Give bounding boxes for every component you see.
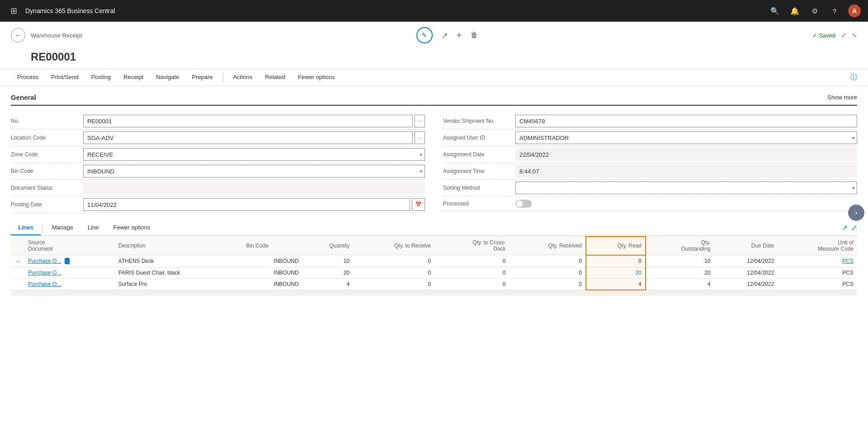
table-row: → Purchase O... · ATHENS Desk INBOUND 10…: [11, 255, 857, 267]
link-source-doc-2[interactable]: Purchase O...: [28, 270, 61, 276]
input-vendor-shipment-no[interactable]: [515, 115, 857, 127]
label-processed: Processed: [443, 201, 515, 207]
label-bin-code: Bin Code: [11, 168, 83, 174]
field-zone-code: Zone Code RECEIVE ▾: [11, 146, 425, 163]
link-source-doc-1[interactable]: Purchase O...: [28, 258, 61, 264]
page-header: ← Warehouse Receipt ✎ ↗ + 🗑 ✓ Saved ⤢ ⤡ …: [0, 22, 868, 69]
col-header-bin-code[interactable]: Bin Code: [242, 237, 302, 255]
edit-button[interactable]: ✎: [416, 27, 433, 43]
general-form-grid: No. ··· Location Code ···: [11, 113, 857, 213]
field-assignment-date: Assignment Date: [443, 146, 857, 163]
menu-item-process[interactable]: Process: [11, 69, 45, 86]
menu-item-related[interactable]: Related: [259, 69, 292, 86]
lines-fullscreen-btn[interactable]: ⤢: [851, 224, 857, 232]
col-header-unit-of-measure-code[interactable]: Unit ofMeasure Code: [778, 237, 857, 255]
section-title-general: General: [11, 93, 36, 101]
cell-qty-read-3[interactable]: 4: [586, 279, 646, 290]
col-header-description[interactable]: Description: [115, 237, 243, 255]
label-vendor-shipment-no: Vendor Shipment No.: [443, 118, 515, 124]
cell-quantity-2: 20: [302, 267, 354, 279]
value-zone-code: RECEIVE ▾: [83, 148, 425, 161]
cell-quantity-1: 10: [302, 255, 354, 267]
cell-source-doc-3: Purchase O...: [24, 279, 115, 290]
delete-button[interactable]: 🗑: [471, 31, 478, 39]
col-header-qty-received[interactable]: Qty. Received: [509, 237, 586, 255]
input-location-code[interactable]: [83, 131, 413, 144]
menu-item-print-send[interactable]: Print/Send: [45, 69, 85, 86]
col-header-qty-to-receive[interactable]: Qty. to Receive: [353, 237, 434, 255]
menu-item-navigate[interactable]: Navigate: [150, 69, 185, 86]
select-zone-code[interactable]: RECEIVE: [83, 148, 425, 161]
value-assignment-date: [515, 148, 857, 161]
cell-due-date-2: 12/04/2022: [714, 267, 778, 279]
input-posting-date[interactable]: [83, 198, 410, 211]
nav-icon-group: 🔍 🔔 ⚙ ? A: [769, 5, 861, 17]
notifications-icon-btn[interactable]: 🔔: [788, 5, 801, 17]
settings-icon-btn[interactable]: ⚙: [808, 5, 821, 17]
show-more-link[interactable]: Show more: [827, 94, 857, 101]
col-header-qty-to-cross-dock[interactable]: Qty. to Cross-Dock: [434, 237, 509, 255]
menu-bar: Process Print/Send Posting Receipt Navig…: [0, 69, 868, 86]
help-icon-btn[interactable]: ?: [828, 5, 841, 17]
select-assigned-user-id[interactable]: ADMINISTRADOR: [515, 131, 857, 144]
search-icon-btn[interactable]: 🔍: [769, 5, 781, 17]
horizontal-scrollbar[interactable]: [11, 290, 857, 296]
cell-description-3: Surface Pro: [115, 279, 243, 290]
share-button[interactable]: ↗: [442, 31, 448, 40]
dots-btn-1[interactable]: ·: [65, 258, 70, 264]
info-icon[interactable]: ⓘ: [850, 73, 857, 82]
cell-qty-received-3: 0: [509, 279, 586, 290]
link-source-doc-3[interactable]: Purchase O...: [28, 281, 61, 287]
value-no: ···: [83, 115, 425, 127]
link-uom-1[interactable]: PCS: [842, 258, 854, 264]
cell-bin-code-1: INBOUND: [242, 255, 302, 267]
select-bin-code[interactable]: INBOUND: [83, 165, 425, 177]
open-in-new-button[interactable]: ⤢: [841, 32, 846, 39]
tab-manage[interactable]: Manage: [45, 220, 80, 235]
cell-qty-outstanding-3: 4: [646, 279, 714, 290]
lines-toolbar-right: ↗ ⤢: [842, 224, 857, 232]
col-header-quantity[interactable]: Quantity: [302, 237, 354, 255]
user-avatar[interactable]: A: [848, 5, 861, 17]
page-header-right: ✓ Saved ⤢ ⤡: [812, 32, 857, 39]
cell-uom-3: PCS: [778, 279, 857, 290]
value-bin-code: INBOUND ▾: [83, 165, 425, 177]
btn-no-lookup[interactable]: ···: [415, 115, 425, 127]
value-posting-date: 📅: [83, 198, 425, 211]
cell-qty-read-2[interactable]: 20: [586, 267, 646, 279]
tab-lines[interactable]: Lines: [11, 220, 41, 235]
add-button[interactable]: +: [457, 30, 462, 41]
cell-description-2: PARIS Guest Chair, black: [115, 267, 243, 279]
field-bin-code: Bin Code INBOUND ▾: [11, 163, 425, 180]
lines-export-btn[interactable]: ↗: [842, 224, 848, 232]
menu-item-receipt[interactable]: Receipt: [117, 69, 150, 86]
menu-item-fewer-options[interactable]: Fewer options: [292, 69, 341, 86]
col-header-due-date[interactable]: Due Date: [714, 237, 778, 255]
back-button[interactable]: ←: [11, 28, 25, 42]
col-header-source-document[interactable]: SourceDocument: [24, 237, 115, 255]
field-posting-date: Posting Date 📅: [11, 196, 425, 213]
menu-item-posting[interactable]: Posting: [85, 69, 117, 86]
cell-qty-read-1[interactable]: 0: [586, 255, 646, 267]
row-arrow-2: [11, 267, 24, 279]
value-sorting-method: ▾: [515, 182, 857, 194]
page-toolbar: ✎ ↗ + 🗑: [88, 27, 807, 43]
col-header-qty-outstanding[interactable]: Qty.Outstanding: [646, 237, 714, 255]
collapse-button[interactable]: ⤡: [852, 32, 857, 39]
grid-icon[interactable]: ⊞: [7, 5, 20, 17]
input-no[interactable]: [83, 115, 413, 127]
btn-location-code-lookup[interactable]: ···: [415, 131, 425, 144]
value-document-status: [83, 182, 425, 194]
calendar-icon-btn[interactable]: 📅: [412, 198, 425, 211]
side-panel-toggle[interactable]: ›: [848, 205, 864, 221]
row-arrow-1: →: [11, 255, 24, 267]
field-processed: Processed: [443, 196, 857, 211]
col-header-qty-read[interactable]: Qty. Read: [586, 237, 646, 255]
menu-item-actions[interactable]: Actions: [227, 69, 259, 86]
toggle-processed[interactable]: [515, 200, 532, 208]
select-sorting-method[interactable]: [515, 182, 857, 194]
cell-quantity-3: 4: [302, 279, 354, 290]
menu-item-prepare[interactable]: Prepare: [185, 69, 219, 86]
tab-fewer-options[interactable]: Fewer options: [106, 220, 158, 235]
tab-line[interactable]: Line: [80, 220, 106, 235]
